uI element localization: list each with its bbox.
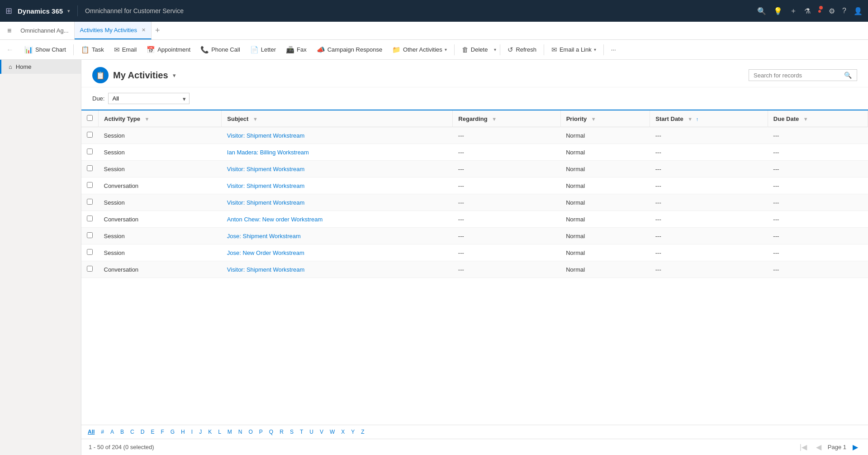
start-date-sort-icon[interactable]: ↑ [696, 116, 699, 122]
appointment-button[interactable]: 📅 Appointment [142, 44, 195, 56]
alpha-btn-b[interactable]: B [118, 428, 127, 436]
title-dropdown-icon[interactable]: ▾ [173, 72, 176, 79]
help-icon[interactable]: ? [842, 7, 846, 15]
delete-icon: 🗑 [462, 46, 469, 53]
alpha-btn-z[interactable]: Z [358, 428, 367, 436]
fax-button[interactable]: 📠 Fax [281, 44, 311, 56]
nav-back-button[interactable]: ← [4, 43, 16, 56]
row-subject[interactable]: Visitor: Shipment Workstream [222, 261, 453, 278]
app-title[interactable]: Dynamics 365 [18, 7, 63, 15]
alpha-btn-all[interactable]: All [85, 428, 97, 436]
alpha-btn-x[interactable]: X [338, 428, 347, 436]
alpha-btn-g[interactable]: G [168, 428, 177, 436]
search-button-icon[interactable]: 🔍 [844, 72, 852, 79]
alpha-btn-u[interactable]: U [307, 428, 316, 436]
apps-icon[interactable]: ⊞ [5, 6, 12, 16]
row-checkbox[interactable] [87, 249, 93, 255]
phone-call-button[interactable]: 📞 Phone Call [196, 44, 245, 56]
row-subject[interactable]: Visitor: Shipment Workstream [222, 177, 453, 194]
row-checkbox[interactable] [87, 132, 93, 138]
letter-button[interactable]: 📄 Letter [246, 44, 280, 56]
alpha-btn-y[interactable]: Y [348, 428, 357, 436]
row-subject[interactable]: Visitor: Shipment Workstream [222, 127, 453, 144]
tab-omnichannel[interactable]: Omnichannel Ag... [15, 22, 74, 39]
search-icon[interactable]: 🔍 [757, 7, 766, 15]
due-filter-select[interactable]: All Today Next 7 Days Next 30 Days Overd… [108, 93, 190, 104]
alpha-btn-k[interactable]: K [205, 428, 214, 436]
alpha-btn-t[interactable]: T [297, 428, 306, 436]
tab-activities[interactable]: Activities My Activities ✕ [75, 22, 152, 39]
filter-icon[interactable]: ⚗ [804, 7, 811, 15]
tabbar-menu-button[interactable]: ≡ [4, 25, 15, 37]
select-all-checkbox[interactable] [87, 115, 93, 121]
subject-filter-icon[interactable]: ▼ [253, 116, 258, 122]
row-subject[interactable]: Jose: New Order Workstream [222, 244, 453, 261]
alpha-btn-l[interactable]: L [215, 428, 224, 436]
tab-activities-label: Activities My Activities [80, 27, 137, 34]
app-subtitle: Omnichannel for Customer Service [85, 7, 184, 14]
row-checkbox[interactable] [87, 232, 93, 238]
row-subject[interactable]: Visitor: Shipment Workstream [222, 194, 453, 211]
alpha-btn-i[interactable]: I [189, 428, 195, 436]
alpha-btn-v[interactable]: V [317, 428, 326, 436]
status-icon[interactable]: ● [818, 7, 821, 14]
prev-page-button[interactable]: ◀ [813, 442, 824, 452]
app-title-chevron[interactable]: ▾ [67, 8, 70, 14]
alpha-btn-n[interactable]: N [236, 428, 245, 436]
row-checkbox[interactable] [87, 148, 93, 154]
alpha-btn-m[interactable]: M [225, 428, 235, 436]
row-checkbox[interactable] [87, 216, 93, 221]
email-link-dropdown-icon[interactable]: ▾ [594, 47, 596, 52]
alpha-btn-o[interactable]: O [246, 428, 256, 436]
row-checkbox[interactable] [87, 165, 93, 171]
refresh-button[interactable]: ↺ Refresh [503, 44, 541, 56]
campaign-response-button[interactable]: 📣 Campaign Response [312, 44, 387, 56]
row-start-date: --- [650, 261, 768, 278]
tab-add-button[interactable]: + [152, 26, 164, 35]
row-subject[interactable]: Jose: Shipment Workstream [222, 228, 453, 244]
delete-button[interactable]: 🗑 Delete [457, 44, 493, 55]
alpha-btn-d[interactable]: D [138, 428, 147, 436]
user-icon[interactable]: 👤 [854, 7, 863, 15]
alpha-btn-e[interactable]: E [148, 428, 157, 436]
row-subject[interactable]: Ian Madera: Billing Workstream [222, 144, 453, 161]
fax-icon: 📠 [286, 46, 294, 54]
alpha-btn-p[interactable]: P [256, 428, 266, 436]
email-a-link-button[interactable]: ✉ Email a Link ▾ [547, 44, 601, 56]
alpha-btn-a[interactable]: A [108, 428, 117, 436]
alpha-btn-w[interactable]: W [327, 428, 337, 436]
start-date-filter-icon[interactable]: ▼ [688, 116, 693, 122]
alpha-btn-j[interactable]: J [196, 428, 204, 436]
row-checkbox[interactable] [87, 199, 93, 205]
due-date-filter-icon[interactable]: ▼ [803, 116, 808, 122]
show-chart-button[interactable]: 📊 Show Chart [20, 44, 71, 56]
task-button[interactable]: 📋 Task [76, 44, 109, 56]
settings-icon[interactable]: ⚙ [829, 7, 835, 15]
alpha-btn-f[interactable]: F [158, 428, 166, 436]
alpha-btn-r[interactable]: R [277, 428, 286, 436]
tab-close-icon[interactable]: ✕ [142, 27, 146, 33]
add-icon[interactable]: ＋ [790, 6, 797, 16]
row-checkbox[interactable] [87, 266, 93, 272]
alpha-btn-c[interactable]: C [128, 428, 137, 436]
row-subject[interactable]: Anton Chew: New order Workstream [222, 211, 453, 228]
search-input[interactable] [754, 72, 844, 79]
other-activities-dropdown-icon[interactable]: ▾ [445, 47, 447, 52]
next-page-button[interactable]: ▶ [850, 442, 861, 452]
first-page-button[interactable]: |◀ [797, 442, 810, 452]
activity-type-filter-icon[interactable]: ▼ [145, 116, 150, 122]
alpha-btn-#[interactable]: # [98, 428, 107, 436]
other-activities-button[interactable]: 📁 Other Activities ▾ [388, 44, 451, 56]
delete-dropdown-icon[interactable]: ▾ [493, 45, 497, 54]
alpha-btn-q[interactable]: Q [266, 428, 276, 436]
priority-filter-icon[interactable]: ▼ [591, 116, 596, 122]
sidebar-item-home[interactable]: ⌂ Home [0, 60, 81, 74]
row-checkbox[interactable] [87, 182, 93, 188]
regarding-filter-icon[interactable]: ▼ [492, 116, 497, 122]
lightbulb-icon[interactable]: 💡 [773, 7, 783, 15]
row-subject[interactable]: Visitor: Shipment Workstream [222, 161, 453, 177]
email-button[interactable]: ✉ Email [109, 44, 142, 56]
more-button[interactable]: ··· [607, 44, 621, 55]
alpha-btn-s[interactable]: S [287, 428, 296, 436]
alpha-btn-h[interactable]: H [178, 428, 188, 436]
